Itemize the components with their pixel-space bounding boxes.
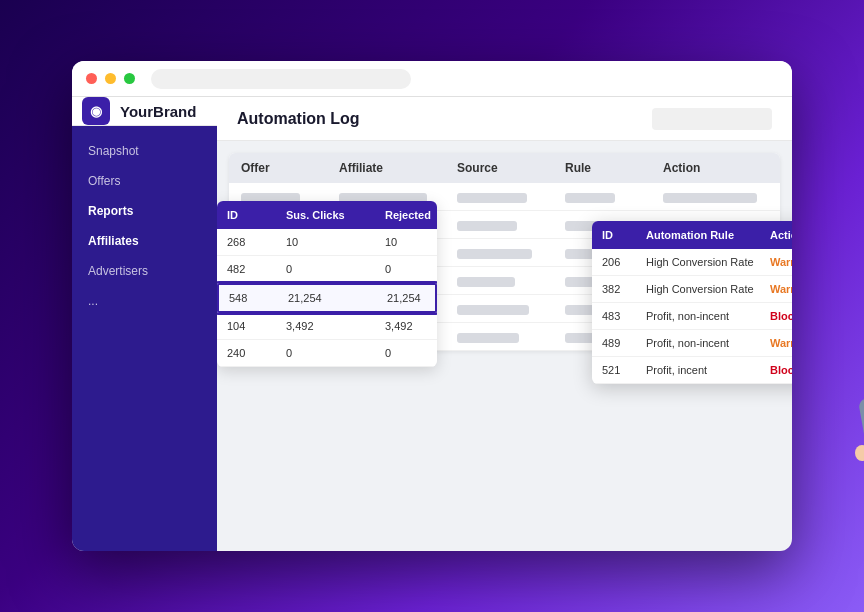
right-col-id: ID	[602, 229, 642, 241]
left-cell-sus: 21,254	[288, 292, 383, 304]
right-col-action: Action	[770, 229, 792, 241]
left-cell-sus: 3,492	[286, 320, 381, 332]
left-cell-rej: 0	[385, 347, 437, 359]
topbar-search[interactable]	[652, 108, 772, 130]
right-cell-id: 521	[602, 364, 642, 376]
right-cell-rule: Profit, non-incent	[646, 310, 766, 322]
close-dot[interactable]	[86, 73, 97, 84]
right-cell-action: Block	[770, 310, 792, 322]
brand-icon: ◉	[82, 97, 110, 125]
right-table-row[interactable]: 521 Profit, incent Block	[592, 357, 792, 384]
left-cell-id: 482	[227, 263, 282, 275]
right-overlay-table: ID Automation Rule Action 206 High Conve…	[592, 221, 792, 384]
right-cell-action: Block	[770, 364, 792, 376]
sidebar-item-advertisers[interactable]: Advertisers	[72, 256, 217, 286]
left-col-sus: Sus. Clicks	[286, 209, 381, 221]
minimize-dot[interactable]	[105, 73, 116, 84]
page-title: Automation Log	[237, 110, 360, 128]
maximize-dot[interactable]	[124, 73, 135, 84]
left-cell-id: 104	[227, 320, 282, 332]
col-action: Action	[663, 161, 773, 175]
sidebar-item-snapshot[interactable]: Snapshot	[72, 136, 217, 166]
right-cell-rule: Profit, incent	[646, 364, 766, 376]
left-col-rejected: Rejected	[385, 209, 437, 221]
left-cell-id: 548	[229, 292, 284, 304]
right-table-header: ID Automation Rule Action	[592, 221, 792, 249]
sidebar-item-reports[interactable]: Reports	[72, 196, 217, 226]
right-cell-id: 382	[602, 283, 642, 295]
svg-point-4	[855, 445, 864, 461]
browser-window: ◉ YourBrand Snapshot Offers Reports Affi…	[72, 61, 792, 551]
right-table-row[interactable]: 206 High Conversion Rate Warn	[592, 249, 792, 276]
main-topbar: Automation Log	[217, 97, 792, 141]
left-table-row[interactable]: 240 0 0	[217, 340, 437, 367]
browser-chrome	[72, 61, 792, 97]
right-cell-rule: High Conversion Rate	[646, 283, 766, 295]
left-table-header: ID Sus. Clicks Rejected	[217, 201, 437, 229]
sidebar-item-offers[interactable]: Offers	[72, 166, 217, 196]
right-cell-id: 483	[602, 310, 642, 322]
right-cell-action: Warn	[770, 256, 792, 268]
left-overlay-table: ID Sus. Clicks Rejected 268 10 10 482 0 …	[217, 201, 437, 367]
col-offer: Offer	[241, 161, 331, 175]
brand-name: YourBrand	[120, 103, 196, 120]
left-cell-sus: 10	[286, 236, 381, 248]
right-table-row[interactable]: 382 High Conversion Rate Warn	[592, 276, 792, 303]
left-cell-rej: 21,254	[387, 292, 437, 304]
app-layout: ◉ YourBrand Snapshot Offers Reports Affi…	[72, 97, 792, 551]
left-cell-rej: 3,492	[385, 320, 437, 332]
sidebar-item-more[interactable]: ...	[72, 286, 217, 316]
col-source: Source	[457, 161, 557, 175]
right-cell-rule: High Conversion Rate	[646, 256, 766, 268]
left-col-id: ID	[227, 209, 282, 221]
right-col-rule: Automation Rule	[646, 229, 766, 241]
right-table-row[interactable]: 489 Profit, non-incent Warn	[592, 330, 792, 357]
right-cell-id: 206	[602, 256, 642, 268]
topbar: ◉ YourBrand	[72, 97, 217, 126]
col-affiliate: Affiliate	[339, 161, 449, 175]
person-figure	[844, 348, 864, 582]
right-cell-action: Warn	[770, 283, 792, 295]
right-cell-id: 489	[602, 337, 642, 349]
sidebar: Snapshot Offers Reports Affiliates Adver…	[72, 126, 217, 551]
left-table-row[interactable]: 104 3,492 3,492	[217, 313, 437, 340]
right-cell-action: Warn	[770, 337, 792, 349]
right-table-row[interactable]: 483 Profit, non-incent Block	[592, 303, 792, 330]
left-cell-id: 240	[227, 347, 282, 359]
left-table-row[interactable]: 482 0 0	[217, 256, 437, 283]
right-cell-rule: Profit, non-incent	[646, 337, 766, 349]
left-cell-rej: 0	[385, 263, 437, 275]
left-cell-sus: 0	[286, 263, 381, 275]
log-table-header: Offer Affiliate Source Rule Action	[229, 153, 780, 183]
left-cell-sus: 0	[286, 347, 381, 359]
left-table-row[interactable]: 268 10 10	[217, 229, 437, 256]
left-cell-id: 268	[227, 236, 282, 248]
content-area: Offer Affiliate Source Rule Action	[217, 141, 792, 551]
sidebar-item-affiliates[interactable]: Affiliates	[72, 226, 217, 256]
address-bar[interactable]	[151, 69, 411, 89]
svg-rect-3	[858, 397, 864, 449]
left-cell-rej: 10	[385, 236, 437, 248]
left-table-row-highlighted[interactable]: 548 21,254 21,254	[217, 283, 437, 313]
col-rule: Rule	[565, 161, 655, 175]
